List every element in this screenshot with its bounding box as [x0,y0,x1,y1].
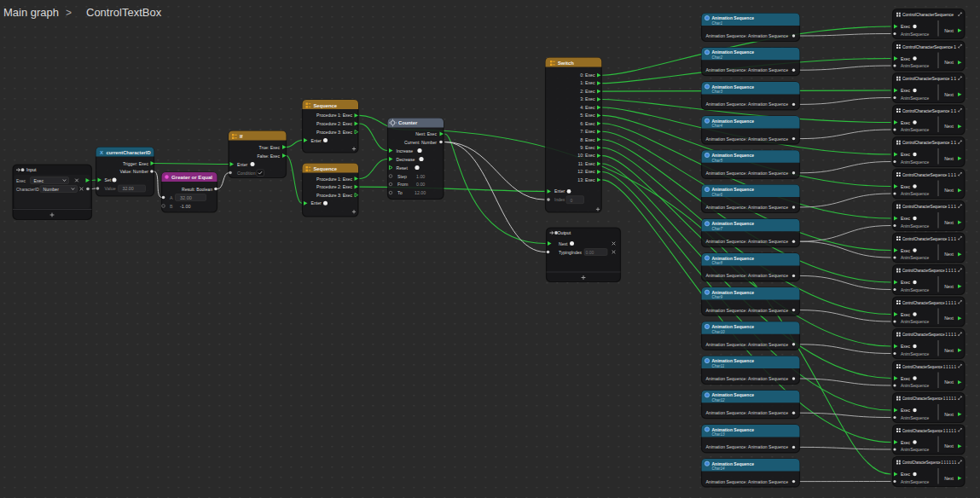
svg-text:Procedure 2: Exec: Procedure 2: Exec [316,121,352,126]
svg-text:Animation Sequence: Animation Sequence [712,15,755,20]
svg-text:1: Exec: 1: Exec [580,80,595,85]
svg-text:Enter: Enter [237,162,247,167]
svg-text:Next: Next [944,124,954,129]
svg-text:Char13: Char13 [712,432,726,437]
svg-text:ControlCharacterSequence 1 1: ControlCharacterSequence 1 1 [902,141,956,145]
svg-text:A: A [170,195,173,200]
svg-text:Animation Sequence: Animation Sequence [712,427,755,432]
svg-text:Animation Sequence: Animation Sequence [712,49,755,55]
svg-text:Exec: Exec [901,344,911,349]
svg-text:Enter: Enter [311,200,322,206]
svg-text:Next: Next [944,476,954,481]
svg-text:Char9: Char9 [712,295,723,299]
svg-text:Greater or Equal: Greater or Equal [171,175,212,180]
svg-text:Increase: Increase [397,148,414,153]
svg-text:Animation Sequence: Animation Sequence [712,290,755,295]
svg-text:Animation Sequence: Animation Sequence [712,324,755,329]
svg-text:Value: Number: Value: Number [119,169,148,174]
svg-text:Animation Sequence: Animation: Animation Sequence: Animation Sequence [705,444,788,449]
svg-text:Set: Set [105,177,112,182]
svg-text:Char7: Char7 [712,227,723,231]
svg-text:Char4: Char4 [712,124,723,128]
svg-text:1.00: 1.00 [416,174,425,179]
svg-text:Exec: Exec [901,184,911,189]
svg-text:Next: Next [944,156,954,161]
svg-text:Next: Next [944,28,954,33]
svg-text:Char6: Char6 [712,193,723,197]
svg-text:Animation Sequence: Animation: Animation Sequence: Animation Sequence [705,33,788,38]
svg-text:Input: Input [26,167,37,172]
svg-text:Animation Sequence: Animation: Animation Sequence: Animation Sequence [705,479,788,484]
svg-text:Exec: Exec [901,216,911,221]
svg-text:Animation Sequence: Animation Sequence [712,461,755,466]
svg-text:AnimSequence: AnimSequence [901,96,929,101]
svg-text:ControlTextBox: ControlTextBox [86,6,162,19]
svg-text:Animation Sequence: Animation: Animation Sequence: Animation Sequence [705,342,788,347]
svg-text:AnimSequence: AnimSequence [901,416,929,420]
svg-text:32.00: 32.00 [123,186,134,191]
svg-text:AnimSequence: AnimSequence [901,352,929,356]
svg-text:0: Exec: 0: Exec [580,72,595,78]
svg-text:Trigger: Exec: Trigger: Exec [123,161,149,166]
svg-text:Counter: Counter [398,120,418,125]
svg-text:7: Exec: 7: Exec [580,129,595,134]
svg-text:9: Exec: 9: Exec [580,145,595,150]
svg-text:currentCharacterID: currentCharacterID [107,150,151,155]
svg-text:Char3: Char3 [712,90,723,94]
svg-text:Next: Next [944,92,954,97]
svg-text:Char8: Char8 [712,261,723,265]
svg-text:32.00: 32.00 [180,195,192,200]
svg-text:Sequence: Sequence [314,103,338,108]
svg-text:Char2: Char2 [712,55,723,60]
svg-text:Output: Output [558,230,571,235]
svg-text:ControlCharacterSequence: ControlCharacterSequence [902,13,954,17]
svg-text:Procedure 1: Exec: Procedure 1: Exec [316,177,352,182]
svg-text:ControlCharacterSequence 1 1 1: ControlCharacterSequence 1 1 1 1 [902,333,956,337]
svg-text:0: 0 [571,198,573,203]
svg-text:5: Exec: 5: Exec [580,113,595,118]
svg-text:Procedure 3: Exec: Procedure 3: Exec [316,193,352,198]
svg-text:ControlCharacterSequence 1 1 1: ControlCharacterSequence 1 1 1 1 [902,301,956,305]
svg-text:>: > [66,7,72,19]
svg-text:Exec: Exec [901,152,911,157]
svg-text:ControlCharacterSequence 1 1 1: ControlCharacterSequence 1 1 1 1 1 [902,365,956,369]
svg-text:To: To [397,190,403,195]
svg-text:Animation Sequence: Animation Sequence [712,187,755,192]
svg-text:Exec: Exec [901,56,911,61]
svg-text:Exec: Exec [34,178,44,183]
svg-text:AnimSequence: AnimSequence [901,160,929,165]
svg-text:Exec: Exec [901,376,911,381]
svg-text:AnimSequence: AnimSequence [901,288,929,292]
svg-text:CharacterID: CharacterID [16,187,39,192]
svg-text:Result: Boolean: Result: Boolean [182,187,212,192]
svg-text:Animation Sequence: Animation Sequence [712,84,755,90]
svg-text:True: Exec: True: Exec [259,145,281,150]
svg-text:ControlCharacterSequence 1 1: ControlCharacterSequence 1 1 [902,77,956,81]
svg-text:ControlCharacterSequence 1 1 1: ControlCharacterSequence 1 1 1 1 [902,269,956,273]
svg-text:Procedure 2: Exec: Procedure 2: Exec [316,184,352,189]
svg-text:Exec: Exec [901,440,911,445]
svg-text:Procedure 3: Exec: Procedure 3: Exec [316,130,352,135]
svg-text:Animation Sequence: Animation: Animation Sequence: Animation Sequence [705,171,788,176]
svg-text:Animation Sequence: Animation: Animation Sequence: Animation Sequence [705,239,788,244]
svg-text:Condition: Condition [237,171,256,176]
svg-text:X: X [100,150,103,155]
svg-text:Exec: Exec [901,472,911,477]
svg-text:AnimSequence: AnimSequence [901,480,929,484]
svg-text:Animation Sequence: Animation: Animation Sequence: Animation Sequence [705,136,788,142]
svg-text:3: Exec: 3: Exec [580,96,595,101]
svg-text:11: Exec: 11: Exec [578,161,595,166]
svg-text:Number: Number [43,187,60,192]
svg-text:13: Exec: 13: Exec [577,177,595,182]
svg-text:Char12: Char12 [712,398,726,402]
svg-text:ControlCharacterSequence 1 1 1: ControlCharacterSequence 1 1 1 [902,205,956,209]
svg-text:From: From [397,182,409,187]
svg-text:6: Exec: 6: Exec [580,121,595,126]
svg-text:Next: Next [559,241,568,246]
svg-text:Next: Next [944,188,954,193]
svg-text:AnimSequence: AnimSequence [901,256,929,260]
svg-text:Exec: Exec [901,88,911,93]
svg-text:4: Exec: 4: Exec [580,105,595,110]
svg-text:12: Exec: 12: Exec [577,169,595,174]
svg-text:AnimSequence: AnimSequence [901,192,929,196]
